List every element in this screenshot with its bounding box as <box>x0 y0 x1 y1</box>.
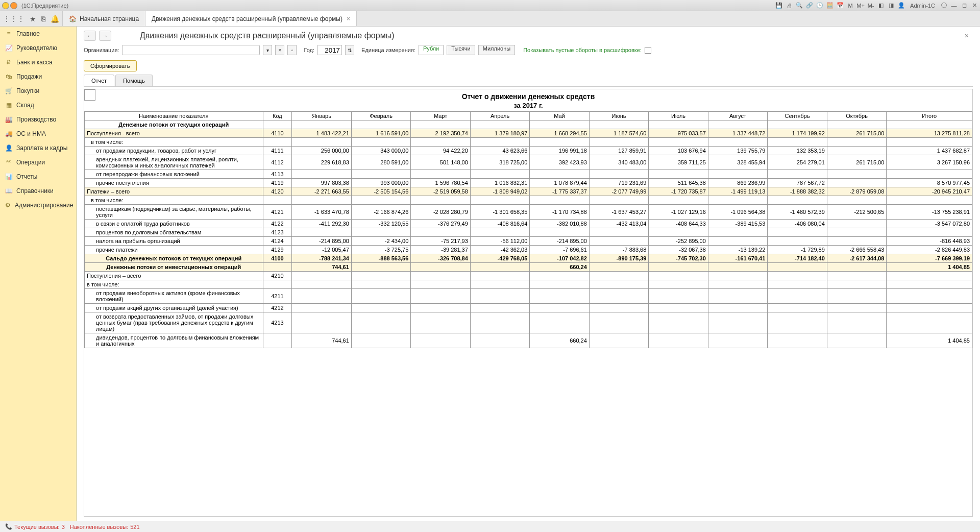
table-row: Поступления – всего4210 <box>85 272 972 280</box>
sidebar-item-9[interactable]: ᴬᵏОперации <box>0 155 76 170</box>
apps-icon[interactable]: ⋮⋮⋮ <box>3 15 24 23</box>
sidebar-item-11[interactable]: 📖Справочники <box>0 184 76 198</box>
unit-thou-button[interactable]: Тысячи <box>447 45 475 55</box>
print-icon[interactable]: 🖨 <box>786 2 793 9</box>
cell: 1 078 879,44 <box>530 179 590 187</box>
row-name: от перепродажи финансовых вложений <box>85 170 263 179</box>
sidebar-item-2[interactable]: ₽Банк и касса <box>0 55 76 69</box>
row-code <box>263 196 292 205</box>
cell: 392 423,93 <box>530 155 590 170</box>
sidebar-label: ОС и НМА <box>16 130 46 137</box>
cell <box>411 289 471 304</box>
minimize-icon[interactable]: — <box>950 2 958 9</box>
form-button[interactable]: Сформировать <box>84 60 137 71</box>
save-icon[interactable]: 💾 <box>775 2 782 9</box>
year-spinner[interactable]: ⇅ <box>345 45 354 55</box>
row-name: от продажи акций других организаций (дол… <box>85 304 263 312</box>
clock-icon[interactable]: 🕓 <box>816 2 823 9</box>
cell: -12 005,47 <box>292 246 352 254</box>
org-dropdown-button[interactable]: ▾ <box>263 45 272 55</box>
cell <box>768 120 827 129</box>
calc-icon[interactable]: 🧮 <box>826 2 834 9</box>
panel1-icon[interactable]: ◧ <box>877 2 885 9</box>
cell: -1 480 572,39 <box>768 205 827 220</box>
sidebar-item-12[interactable]: ⚙Администрирование <box>0 198 76 212</box>
cell <box>351 304 411 312</box>
cell: -376 279,49 <box>411 220 471 228</box>
cell <box>649 304 708 312</box>
cell: -2 505 154,56 <box>351 187 411 196</box>
table-row: Сальдо денежных потоков от текущих опера… <box>85 254 972 263</box>
cell: -890 175,39 <box>589 254 649 263</box>
nav-back-button[interactable]: ← <box>84 31 96 41</box>
empty-label: Показывать пустые обороты в расшифровке: <box>523 47 642 53</box>
org-clear-button[interactable]: × <box>275 45 284 55</box>
table-row: от продажи внеоборотных активов (кроме ф… <box>85 289 972 304</box>
cell <box>827 304 887 312</box>
cell: 1 483 422,21 <box>292 129 352 138</box>
sidebar-item-7[interactable]: 🚚ОС и НМА <box>0 127 76 141</box>
cell <box>530 138 590 147</box>
cell <box>708 228 768 237</box>
cell: 1 668 294,55 <box>530 129 590 138</box>
cell <box>530 228 590 237</box>
sidebar-item-4[interactable]: 🛒Покупки <box>0 84 76 98</box>
sidebar-item-10[interactable]: 📊Отчеты <box>0 170 76 184</box>
sidebar-item-6[interactable]: 🏭Производство <box>0 112 76 127</box>
cell <box>708 170 768 179</box>
col-header: Май <box>530 112 590 120</box>
row-name: от возврата предоставленных займов, от п… <box>85 312 263 333</box>
cell <box>649 333 708 348</box>
close-page-icon[interactable]: × <box>965 32 969 40</box>
table-row: арендных платежей, лицензионных платежей… <box>85 155 972 170</box>
info-icon[interactable]: ⓘ <box>940 2 947 9</box>
link-icon[interactable]: 🔗 <box>806 2 813 9</box>
tab-report[interactable]: Движения денежных средств расширенный (у… <box>145 11 357 26</box>
cell <box>589 304 649 312</box>
year-input[interactable] <box>317 45 342 55</box>
sidebar-item-8[interactable]: 👤Зарплата и кадры <box>0 141 76 155</box>
report-area[interactable]: Отчет о движении денежных средств за 201… <box>84 89 973 517</box>
search-icon[interactable]: 🔍 <box>796 2 803 9</box>
maximize-icon[interactable]: ◻ <box>961 2 968 9</box>
subtab-report[interactable]: Отчет <box>84 75 114 86</box>
panel2-icon[interactable]: ◨ <box>888 2 895 9</box>
mminus-icon[interactable]: M- <box>867 2 874 9</box>
cell <box>827 220 887 228</box>
calendar-icon[interactable]: 📅 <box>837 2 844 9</box>
sidebar-label: Руководителю <box>16 44 57 52</box>
sidebar-item-3[interactable]: 🛍Продажи <box>0 69 76 84</box>
nav-fwd-button[interactable]: → <box>99 31 111 41</box>
unit-mil-button[interactable]: Миллионы <box>478 45 515 55</box>
sidebar-label: Производство <box>16 116 56 123</box>
cell <box>411 304 471 312</box>
sidebar-item-0[interactable]: ≡Главное <box>0 27 76 41</box>
close-window-icon[interactable]: ✕ <box>971 2 978 9</box>
tab-report-label: Движения денежных средств расширенный (у… <box>152 15 342 22</box>
star-icon[interactable]: ★ <box>30 15 36 23</box>
cell: 501 148,00 <box>411 155 471 170</box>
cell <box>649 196 708 205</box>
sidebar-item-1[interactable]: 📈Руководителю <box>0 41 76 55</box>
bell-icon[interactable]: 🔔 <box>51 15 59 23</box>
org-open-button[interactable]: ▫ <box>287 45 297 55</box>
empty-checkbox[interactable] <box>645 47 651 54</box>
row-code: 4110 <box>263 129 292 138</box>
app-icon-1[interactable] <box>2 2 9 9</box>
tab-home[interactable]: 🏠 Начальная страница <box>63 11 145 26</box>
subtab-help[interactable]: Помощь <box>115 75 153 86</box>
org-input[interactable] <box>122 45 260 55</box>
cell <box>470 280 530 289</box>
m-icon[interactable]: M <box>847 2 854 9</box>
cell <box>708 272 768 280</box>
sidebar-icon: ₽ <box>5 59 12 66</box>
unit-rub-button[interactable]: Рубли <box>419 45 444 55</box>
app-icon-2[interactable] <box>10 2 17 9</box>
sidebar-item-5[interactable]: ▦Склад <box>0 98 76 112</box>
cell: -1 096 564,38 <box>708 205 768 220</box>
cell: 2 192 350,74 <box>411 129 471 138</box>
row-code: 4113 <box>263 170 292 179</box>
copy-icon[interactable]: ⎘ <box>41 15 45 23</box>
tab-close-icon[interactable]: × <box>347 15 350 22</box>
mplus-icon[interactable]: M+ <box>857 2 864 9</box>
